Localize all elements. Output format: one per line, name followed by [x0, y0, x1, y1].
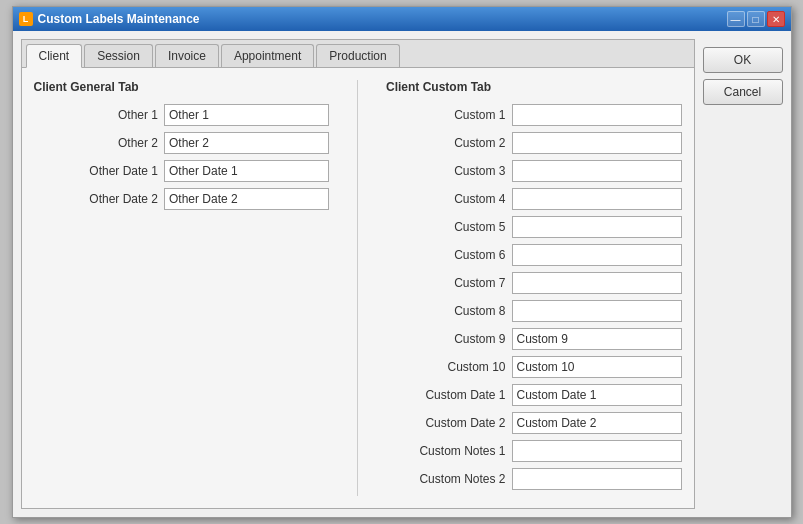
tab-appointment[interactable]: Appointment [221, 44, 314, 67]
customdate1-label: Custom Date 1 [416, 388, 506, 402]
title-bar: L Custom Labels Maintenance — □ ✕ [13, 7, 791, 31]
window-title: Custom Labels Maintenance [38, 12, 200, 26]
customdate2-label: Custom Date 2 [416, 416, 506, 430]
custom-section-title: Client Custom Tab [386, 80, 682, 94]
custom8-row: Custom 8 [386, 300, 682, 322]
tab-bar: Client Session Invoice Appointment Produ… [22, 40, 694, 68]
customdate2-input[interactable] [512, 412, 682, 434]
custom2-input[interactable] [512, 132, 682, 154]
custom9-row: Custom 9 [386, 328, 682, 350]
custom7-row: Custom 7 [386, 272, 682, 294]
otherdate2-row: Other Date 2 [34, 188, 330, 210]
other1-label: Other 1 [78, 108, 158, 122]
custom10-input[interactable] [512, 356, 682, 378]
general-section: Client General Tab Other 1 Other 2 Other… [34, 80, 330, 496]
window-icon: L [19, 12, 33, 26]
otherdate2-input[interactable] [164, 188, 329, 210]
cancel-button[interactable]: Cancel [703, 79, 783, 105]
custom6-label: Custom 6 [416, 248, 506, 262]
title-bar-left: L Custom Labels Maintenance [19, 12, 200, 26]
general-section-title: Client General Tab [34, 80, 330, 94]
otherdate1-row: Other Date 1 [34, 160, 330, 182]
custom2-label: Custom 2 [416, 136, 506, 150]
custom5-row: Custom 5 [386, 216, 682, 238]
close-button[interactable]: ✕ [767, 11, 785, 27]
customnotes1-label: Custom Notes 1 [416, 444, 506, 458]
main-window: L Custom Labels Maintenance — □ ✕ Client… [12, 6, 792, 518]
tab-content: Client General Tab Other 1 Other 2 Other… [22, 68, 694, 508]
ok-button[interactable]: OK [703, 47, 783, 73]
tab-session[interactable]: Session [84, 44, 153, 67]
customnotes1-row: Custom Notes 1 [386, 440, 682, 462]
custom5-label: Custom 5 [416, 220, 506, 234]
otherdate2-label: Other Date 2 [78, 192, 158, 206]
tab-invoice[interactable]: Invoice [155, 44, 219, 67]
customdate1-input[interactable] [512, 384, 682, 406]
custom4-label: Custom 4 [416, 192, 506, 206]
custom1-label: Custom 1 [416, 108, 506, 122]
custom8-input[interactable] [512, 300, 682, 322]
customdate1-row: Custom Date 1 [386, 384, 682, 406]
custom6-row: Custom 6 [386, 244, 682, 266]
otherdate1-input[interactable] [164, 160, 329, 182]
custom10-label: Custom 10 [416, 360, 506, 374]
custom4-input[interactable] [512, 188, 682, 210]
custom5-input[interactable] [512, 216, 682, 238]
other1-input[interactable] [164, 104, 329, 126]
other2-label: Other 2 [78, 136, 158, 150]
section-divider [357, 80, 358, 496]
tab-production[interactable]: Production [316, 44, 399, 67]
customnotes2-label: Custom Notes 2 [416, 472, 506, 486]
customdate2-row: Custom Date 2 [386, 412, 682, 434]
custom2-row: Custom 2 [386, 132, 682, 154]
window-body: Client Session Invoice Appointment Produ… [13, 31, 791, 517]
custom7-label: Custom 7 [416, 276, 506, 290]
custom4-row: Custom 4 [386, 188, 682, 210]
customnotes2-row: Custom Notes 2 [386, 468, 682, 490]
custom3-row: Custom 3 [386, 160, 682, 182]
customnotes2-input[interactable] [512, 468, 682, 490]
otherdate1-label: Other Date 1 [78, 164, 158, 178]
minimize-button[interactable]: — [727, 11, 745, 27]
custom10-row: Custom 10 [386, 356, 682, 378]
custom8-label: Custom 8 [416, 304, 506, 318]
maximize-button[interactable]: □ [747, 11, 765, 27]
side-buttons: OK Cancel [703, 39, 783, 509]
other2-row: Other 2 [34, 132, 330, 154]
other2-input[interactable] [164, 132, 329, 154]
main-area: Client Session Invoice Appointment Produ… [21, 39, 695, 509]
custom-section: Client Custom Tab Custom 1 Custom 2 Cust… [386, 80, 682, 496]
custom6-input[interactable] [512, 244, 682, 266]
title-controls: — □ ✕ [727, 11, 785, 27]
custom3-input[interactable] [512, 160, 682, 182]
customnotes1-input[interactable] [512, 440, 682, 462]
custom7-input[interactable] [512, 272, 682, 294]
custom1-input[interactable] [512, 104, 682, 126]
custom3-label: Custom 3 [416, 164, 506, 178]
custom9-label: Custom 9 [416, 332, 506, 346]
tab-client[interactable]: Client [26, 44, 83, 68]
custom9-input[interactable] [512, 328, 682, 350]
custom1-row: Custom 1 [386, 104, 682, 126]
other1-row: Other 1 [34, 104, 330, 126]
